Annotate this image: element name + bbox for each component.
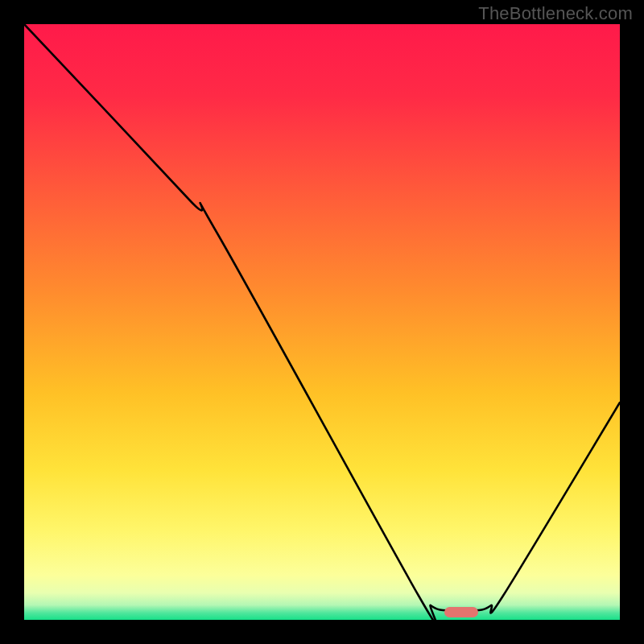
watermark-text: TheBottleneck.com — [478, 3, 633, 24]
optimal-marker — [444, 607, 478, 617]
plot-area — [24, 24, 620, 620]
chart-container: TheBottleneck.com — [0, 0, 644, 644]
bottleneck-curve — [24, 24, 620, 620]
